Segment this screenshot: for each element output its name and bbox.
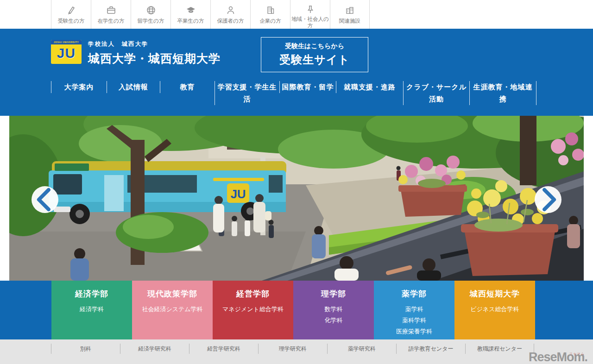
footer-link-teaching-center[interactable]: 教職課程センター [465,344,534,354]
tab-related-facilities[interactable]: 関連施設 [330,0,370,29]
footer-link-econ-grad[interactable]: 経済学研究科 [120,344,189,354]
dept-pharmacy[interactable]: 薬学部 薬学科 薬科学科 医療栄養学科 [374,281,454,339]
footer-link-mgmt-grad[interactable]: 経営学研究科 [189,344,258,354]
nav-student-life[interactable]: 学習支援・学生生活 [214,81,279,105]
dept-subject: マネジメント総合学科 [213,304,293,315]
tab-label: 卒業生の方 [177,18,204,24]
dept-contemporary-policy[interactable]: 現代政策学部 社会経済システム学科 [132,281,213,339]
svg-text:JU: JU [230,187,246,201]
brand-text: 学校法人 城西大学 城西大学・城西短期大学 [88,40,221,66]
tab-label: 受験生の方 [58,18,85,24]
tab-label: 地域・社会人の方 [290,16,330,29]
pencil-icon [66,4,76,16]
resemom-watermark: リセマム ReseMom. [529,350,587,364]
chevron-left-icon [32,117,58,281]
dept-name: 現代政策学部 [132,289,213,299]
nav-about[interactable]: 大学案内 [51,81,107,93]
nav-career[interactable]: 就職支援・進路 [336,81,403,93]
tab-community[interactable]: 地域・社会人の方 [290,0,330,29]
nav-lifelong[interactable]: 生涯教育・地域連携 [469,81,536,105]
hero-carousel: JU [9,116,584,281]
tab-label: 関連施設 [339,18,360,24]
footer-links: 別科 経済学研究科 経営学研究科 理学研究科 薬学研究科 語学教育センター 教職… [51,344,534,354]
tab-international-students[interactable]: 留学生の方 [131,0,170,29]
tab-label: 保護者の方 [217,18,244,24]
footer-link-language-center[interactable]: 語学教育センター [396,344,465,354]
chevron-right-icon [535,117,561,281]
dept-subject: 化学科 [293,315,374,326]
faculty-row: 経済学部 経済学科 現代政策学部 社会経済システム学科 経営学部 マネジメント総… [51,281,535,339]
dept-subject: 経済学科 [51,304,132,315]
dept-business-administration[interactable]: 経営学部 マネジメント総合学科 [213,281,293,339]
footer-link-pharmacy-grad[interactable]: 薬学研究科 [327,344,396,354]
tab-label: 在学生の方 [98,18,125,24]
globe-icon [146,4,156,16]
pushpin-icon [305,4,315,14]
cta-caption: 受験生はこちらから [285,42,344,50]
logo-top-text: JOSAI UNIVERSITY [51,40,82,44]
nav-international[interactable]: 国際教育・留学 [279,81,336,93]
tab-companies[interactable]: 企業の方 [250,0,290,29]
tab-label: 企業の方 [259,18,281,24]
dept-name: 経営学部 [213,289,293,299]
dept-name: 理学部 [293,289,374,299]
dept-name: 城西短期大学 [454,289,535,299]
graduation-cap-icon [186,4,196,16]
ju-logo: JOSAI UNIVERSITY JU [51,40,82,64]
brand[interactable]: JOSAI UNIVERSITY JU 学校法人 城西大学 城西大学・城西短期大… [51,40,221,66]
dept-economics[interactable]: 経済学部 経済学科 [51,281,132,339]
dept-science[interactable]: 理学部 数学科 化学科 [293,281,374,339]
tab-examinees[interactable]: 受験生の方 [51,0,91,29]
audience-tab-bar: 受験生の方 在学生の方 留学生の方 卒業生の方 保護者の方 [0,0,593,29]
nav-education[interactable]: 教育 [160,81,214,93]
dept-subject: ビジネス総合学科 [454,304,535,315]
main-navigation: 大学案内 入試情報 教育 学習支援・学生生活 国際教育・留学 就職支援・進路 ク… [51,81,536,105]
cta-label: 受験生サイト [279,52,350,67]
footer-link-bekka[interactable]: 別科 [51,344,120,354]
dept-subject: 薬学科 [374,304,454,315]
tab-alumni[interactable]: 卒業生の方 [170,0,210,29]
carousel-next-button[interactable] [535,186,561,213]
person-icon [226,4,236,16]
nav-clubs[interactable]: クラブ・サークル活動 [403,81,469,105]
footer-link-science-grad[interactable]: 理学研究科 [258,344,327,354]
campus-photo: JU [9,116,584,281]
dept-subject: 薬科学科 [374,315,454,326]
faculty-band: 経済学部 経済学科 現代政策学部 社会経済システム学科 経営学部 マネジメント総… [0,281,593,339]
dept-subject: 社会経済システム学科 [132,304,213,315]
building-icon [265,4,276,16]
facility-icon [345,4,355,16]
josai-university-homepage: 受験生の方 在学生の方 留学生の方 卒業生の方 保護者の方 [0,0,593,364]
tab-label: 留学生の方 [138,18,164,24]
dept-name: 経済学部 [51,289,132,299]
institution-name: 学校法人 城西大学 [88,40,221,48]
resemom-ruby: リセマム [569,347,585,361]
carousel-prev-button[interactable] [32,186,58,213]
dept-name: 薬学部 [374,289,454,299]
tab-parents[interactable]: 保護者の方 [210,0,250,29]
dept-subject: 数学科 [293,304,374,315]
briefcase-icon [106,4,116,16]
dept-junior-college[interactable]: 城西短期大学 ビジネス総合学科 [454,281,535,339]
examinee-site-button[interactable]: 受験生はこちらから 受験生サイト [261,37,368,72]
site-title: 城西大学・城西短期大学 [88,51,221,66]
footer-bar: 別科 経済学研究科 経営学研究科 理学研究科 薬学研究科 語学教育センター 教職… [0,339,593,364]
site-header: JOSAI UNIVERSITY JU 学校法人 城西大学 城西大学・城西短期大… [0,29,593,116]
nav-admissions[interactable]: 入試情報 [107,81,160,93]
logo-ju-monogram: JU [57,44,76,62]
dept-subject: 医療栄養学科 [374,326,454,337]
tab-current-students[interactable]: 在学生の方 [91,0,131,29]
